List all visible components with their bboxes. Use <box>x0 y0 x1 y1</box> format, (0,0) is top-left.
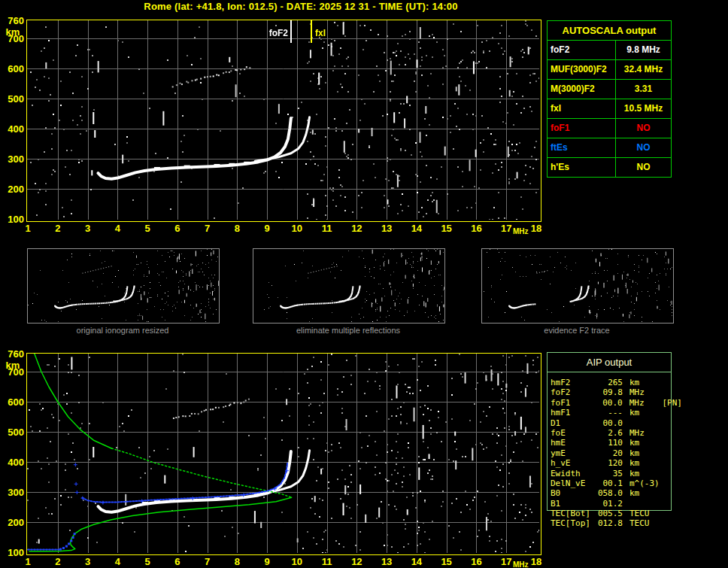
aip-row: B101.2 <box>551 499 682 509</box>
y-tick-label: 400 <box>2 457 24 467</box>
y-tick-label: 300 <box>2 488 24 497</box>
autoscala-row: M(3000)F23.31 <box>548 79 671 99</box>
x-tick-label: 8 <box>227 556 247 567</box>
aip-output-table: AIP output hmF2265kmfoF209.8MHzfoF100.0M… <box>547 352 672 511</box>
x-tick-label: 6 <box>168 223 187 234</box>
aip-unit: TECU <box>629 518 661 528</box>
aip-value: 00.0 <box>596 398 623 408</box>
x-tick-label: 14 <box>407 223 426 234</box>
page-title: Rome (lat: +41.8, lon: 012.5) - DATE: 20… <box>45 1 557 12</box>
aip-value: 35 <box>596 469 623 478</box>
x-tick-label: 9 <box>257 556 277 567</box>
aip-row: ymE20km <box>551 448 682 458</box>
aip-unit <box>629 499 661 509</box>
aip-row: hmF2265km <box>551 378 682 387</box>
autoscala-row: fxI10.5 MHz <box>548 99 671 118</box>
autoscala-row-value: NO <box>616 158 671 177</box>
x-tick-label: 7 <box>198 556 217 567</box>
aip-unit <box>629 418 661 428</box>
y-tick-label: 600 <box>2 64 24 74</box>
x-tick-label: 1 <box>18 556 38 567</box>
y-tick-label: 500 <box>2 427 24 437</box>
y-tick-label: 600 <box>2 397 24 407</box>
autoscala-output-table: AUTOSCALA output foF29.8 MHzMUF(3000)F23… <box>547 20 672 178</box>
aip-unit: km <box>629 448 661 458</box>
x-tick-label: 16 <box>466 223 486 234</box>
aip-label: hmF1 <box>551 408 596 418</box>
x-tick-label: 11 <box>317 223 337 234</box>
x-tick-label: 2 <box>48 223 68 234</box>
thumbnail-caption-reflections: eliminate multiple reflections <box>253 326 444 335</box>
x-tick-label: 7 <box>198 223 217 234</box>
aip-label: foF2 <box>551 387 596 397</box>
aip-value: --- <box>596 408 623 418</box>
y-tick-label: 200 <box>2 184 24 194</box>
autoscala-row-value: NO <box>616 138 671 157</box>
y-tick-label: 700 <box>2 367 24 377</box>
aip-value: 005.5 <box>596 509 623 518</box>
aip-value: 2.6 <box>596 428 623 438</box>
aip-value: 058.0 <box>596 488 623 498</box>
x-tick-label: 10 <box>287 556 307 567</box>
aip-row: D100.0 <box>551 418 682 428</box>
x-tick-label: 4 <box>108 556 127 567</box>
aip-row: TEC[Bot]005.5TECU <box>551 509 682 518</box>
aip-label: hmE <box>551 438 596 448</box>
aip-row: hmE110km <box>551 438 682 448</box>
foF2-marker-label: foF2 <box>261 28 288 38</box>
x-tick-label: 16 <box>466 556 486 567</box>
thumbnail-multiple-reflections <box>253 248 445 323</box>
fxI-marker-label: fxI <box>315 28 326 38</box>
aip-table-rows: hmF2265kmfoF209.8MHzfoF100.0MHz[PN]hmF1-… <box>551 378 682 529</box>
x-tick-label: 8 <box>227 223 247 234</box>
autoscala-row-label: foF2 <box>548 41 616 59</box>
x-tick-label: 17 <box>496 223 516 234</box>
autoscala-row: ftEsNO <box>548 138 671 157</box>
aip-row: TEC[Top]012.8TECU <box>551 518 682 528</box>
autoscala-table-title: AUTOSCALA output <box>548 21 671 40</box>
autoscala-row-value: 9.8 MHz <box>616 41 671 59</box>
x-tick-label: 13 <box>377 556 396 567</box>
x-tick-label: 12 <box>347 223 366 234</box>
aip-row: foF209.8MHz <box>551 387 682 397</box>
y-tick-label: 760 <box>2 349 24 359</box>
aip-table-title: AIP output <box>548 353 671 372</box>
autoscala-row: h'EsNO <box>548 157 671 177</box>
aip-unit: km <box>629 408 661 418</box>
aip-value: 00.1 <box>596 478 623 488</box>
x-tick-label: 5 <box>138 556 157 567</box>
aip-row: Ewidth35km <box>551 469 682 478</box>
autoscala-row-label: fxI <box>548 99 616 118</box>
x-tick-label: 2 <box>48 556 68 567</box>
thumbnail-multiple-reflections-canvas <box>253 249 444 323</box>
aip-label: B1 <box>551 499 596 509</box>
fxI-marker-line <box>311 20 312 43</box>
aip-label: D1 <box>551 418 596 428</box>
x-tick-label: 13 <box>377 223 396 234</box>
aip-row: B0058.0km <box>551 488 682 498</box>
aip-label: DelN_vE <box>551 478 596 488</box>
x-tick-label: 12 <box>347 556 366 567</box>
aip-extra: [PN] <box>663 398 683 408</box>
foF2-marker-line <box>290 20 292 43</box>
aip-unit: MHz <box>629 387 661 397</box>
autoscala-row-label: M(3000)F2 <box>548 80 616 99</box>
autoscala-row-label: MUF(3000)F2 <box>548 60 616 79</box>
aip-label: B0 <box>551 488 596 498</box>
aip-row: DelN_vE00.1m^(-3) <box>551 478 682 488</box>
thumbnail-f2-trace <box>481 248 674 323</box>
aip-label: foE <box>551 428 596 438</box>
aip-unit: km <box>629 458 661 468</box>
x-tick-label: 18 <box>526 223 546 234</box>
x-tick-label: 15 <box>437 223 457 234</box>
x-tick-label: 6 <box>168 556 187 567</box>
aip-label: h_vE <box>551 458 596 468</box>
thumbnail-caption-original: original ionogram resized <box>27 326 218 335</box>
aip-row: foF100.0MHz[PN] <box>551 398 682 408</box>
thumbnail-f2-trace-canvas <box>482 249 673 323</box>
y-tick-label: 300 <box>2 154 24 164</box>
aip-unit: km <box>629 469 661 478</box>
x-tick-label: 14 <box>407 556 426 567</box>
x-tick-label: 3 <box>78 223 98 234</box>
aip-label: TEC[Bot] <box>551 509 596 518</box>
